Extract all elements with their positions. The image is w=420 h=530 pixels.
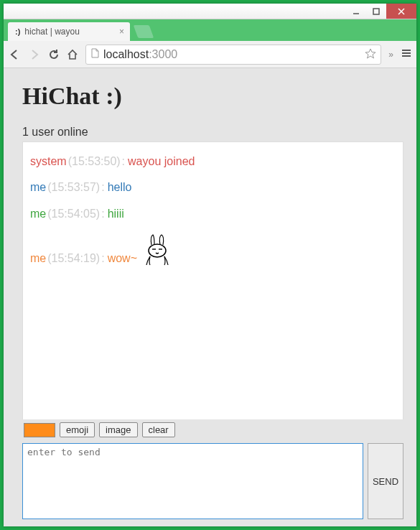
message-sender: me <box>30 180 46 195</box>
color-picker[interactable] <box>24 423 55 437</box>
url-host: localhost <box>103 48 149 61</box>
bookmark-star-icon[interactable] <box>365 47 376 62</box>
reload-icon[interactable] <box>48 49 60 60</box>
home-icon[interactable] <box>67 49 78 60</box>
back-icon[interactable] <box>8 48 21 61</box>
tab-close-icon[interactable]: × <box>119 27 124 37</box>
message-sender: system <box>30 154 67 169</box>
forward-icon[interactable] <box>28 48 41 61</box>
window-titlebar <box>4 4 416 19</box>
menu-icon[interactable] <box>401 47 412 61</box>
chat-message: me (15:54:19):wow~ <box>30 232 396 266</box>
page-content: HiChat :) 1 user online system (15:53:50… <box>4 68 416 526</box>
url-port: :3000 <box>149 48 177 61</box>
tab-title: hichat | wayou <box>24 27 80 37</box>
emoji-button[interactable]: emoji <box>60 422 95 437</box>
input-row: SEND <box>22 443 403 519</box>
message-text: hello <box>108 180 132 195</box>
svg-rect-1 <box>373 9 379 14</box>
svg-point-7 <box>149 244 166 257</box>
message-text: wow~ <box>108 251 137 266</box>
overflow-icon[interactable]: » <box>388 50 393 60</box>
bunny-emoji-icon <box>140 232 174 266</box>
message-sender: me <box>30 206 46 222</box>
user-count: 1 user online <box>22 126 403 139</box>
message-time: (15:54:19) <box>47 251 100 266</box>
message-time: (15:53:50) <box>68 154 121 169</box>
page-icon <box>90 48 99 60</box>
message-text: hiiii <box>108 206 124 222</box>
tab-favicon: :) <box>15 27 20 36</box>
chat-toolbar: emoji image clear <box>22 419 403 440</box>
message-text: wayou joined <box>128 154 195 169</box>
message-time: (15:53:57) <box>47 180 100 195</box>
chat-message: system (15:53:50):wayou joined <box>30 154 396 169</box>
clear-button[interactable]: clear <box>142 422 175 437</box>
address-bar: localhost:3000 » <box>4 41 416 68</box>
message-sender: me <box>30 251 46 266</box>
browser-tab[interactable]: :) hichat | wayou × <box>8 22 130 41</box>
image-button[interactable]: image <box>99 422 137 437</box>
browser-window: :) hichat | wayou × localhost:3000 » <box>4 4 416 526</box>
tabstrip: :) hichat | wayou × <box>4 19 416 41</box>
close-button[interactable] <box>386 4 416 19</box>
message-time: (15:54:05) <box>47 206 100 222</box>
message-input[interactable] <box>22 443 363 519</box>
chat-message: me (15:53:57):hello <box>30 180 396 195</box>
chat-history[interactable]: system (15:53:50):wayou joinedme (15:53:… <box>22 141 403 419</box>
page-title: HiChat :) <box>22 83 403 110</box>
chat-message: me (15:54:05):hiiii <box>30 206 396 222</box>
url-input[interactable]: localhost:3000 <box>85 45 381 65</box>
new-tab-button[interactable] <box>134 25 154 38</box>
minimize-button[interactable] <box>346 4 366 19</box>
maximize-button[interactable] <box>366 4 386 19</box>
send-button[interactable]: SEND <box>368 443 403 519</box>
